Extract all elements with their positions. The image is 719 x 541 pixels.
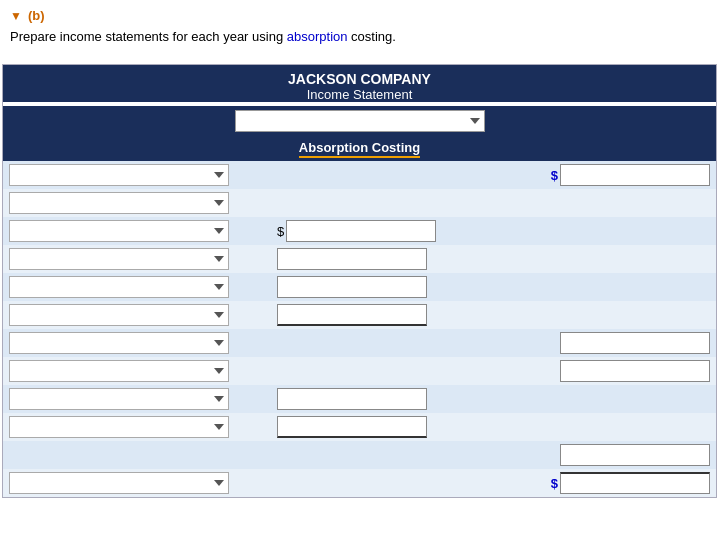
row10-input[interactable] xyxy=(277,416,427,438)
row6-select[interactable] xyxy=(9,304,229,326)
row3-dollar: $ xyxy=(277,224,284,239)
row10-select[interactable] xyxy=(9,416,229,438)
row8-input[interactable] xyxy=(560,360,710,382)
row3-select[interactable] xyxy=(9,220,229,242)
row11-input[interactable] xyxy=(560,444,710,466)
costing-label: Absorption Costing xyxy=(299,140,420,158)
row4-input[interactable] xyxy=(277,248,427,270)
row6-input[interactable] xyxy=(277,304,427,326)
row4-select[interactable] xyxy=(9,248,229,270)
toggle-arrow[interactable]: ▼ xyxy=(10,9,22,23)
row2-select[interactable] xyxy=(9,192,229,214)
row1-select[interactable] xyxy=(9,164,229,186)
row9-input[interactable] xyxy=(277,388,427,410)
row5-input[interactable] xyxy=(277,276,427,298)
row3-input[interactable] xyxy=(286,220,436,242)
row12-input[interactable] xyxy=(560,472,710,494)
row1-dollar: $ xyxy=(551,168,558,183)
year-select[interactable]: Year 1 Year 2 Year 3 xyxy=(235,110,485,132)
toggle-label: (b) xyxy=(28,8,45,23)
row8-select[interactable] xyxy=(9,360,229,382)
row9-select[interactable] xyxy=(9,388,229,410)
row1-input[interactable] xyxy=(560,164,710,186)
instruction-text: Prepare income statements for each year … xyxy=(10,29,709,44)
income-statement-label: Income Statement xyxy=(7,87,712,102)
company-name: JACKSON COMPANY xyxy=(7,71,712,87)
row5-select[interactable] xyxy=(9,276,229,298)
row12-dollar: $ xyxy=(551,476,558,491)
row12-select[interactable] xyxy=(9,472,229,494)
income-statement-table: JACKSON COMPANY Income Statement Year 1 … xyxy=(2,64,717,498)
row7-select[interactable] xyxy=(9,332,229,354)
row7-input[interactable] xyxy=(560,332,710,354)
